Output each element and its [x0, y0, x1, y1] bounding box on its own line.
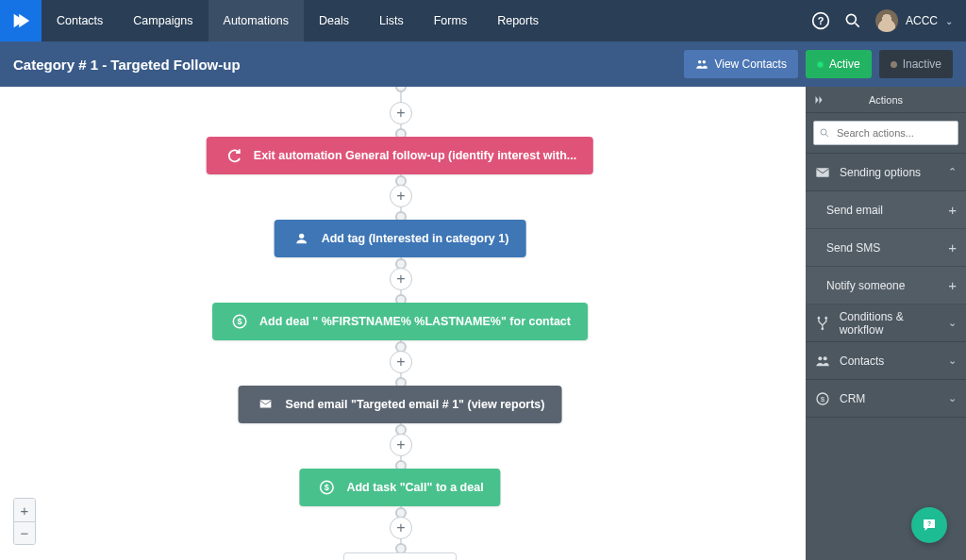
add-step-button[interactable]: + [390, 351, 412, 373]
svg-text:$: $ [325, 483, 329, 492]
status-dot-active [817, 61, 824, 68]
svg-text:$: $ [238, 317, 242, 326]
person-icon [291, 228, 312, 249]
flow-node-label: Add task "Call" to a deal [346, 481, 483, 494]
svg-text:?: ? [927, 520, 931, 527]
chevron-down-icon: ⌄ [948, 392, 957, 404]
user-label: ACCC [906, 14, 938, 27]
svg-text:?: ? [818, 15, 824, 26]
status-inactive-label: Inactive [903, 58, 941, 71]
nav-forms[interactable]: Forms [419, 0, 482, 41]
sidebar-header: Actions [806, 87, 966, 113]
flow-node-exit-automation[interactable]: Exit automation General follow-up (ident… [207, 137, 593, 174]
envelope-icon [256, 394, 276, 415]
chat-help-icon: ? [921, 517, 938, 534]
search-actions-input[interactable] [813, 121, 958, 145]
svg-point-15 [818, 316, 821, 319]
nav-right: ? ACCC ⌄ [811, 9, 966, 32]
chevron-down-icon: ⌄ [948, 354, 957, 367]
dollar-icon: $ [316, 477, 337, 498]
sidebar-section-contacts[interactable]: Contacts ⌄ [806, 342, 966, 380]
svg-point-19 [824, 356, 827, 360]
sidebar-section-crm[interactable]: $ CRM ⌄ [806, 380, 966, 418]
flow-node-label: Exit automation General follow-up (ident… [254, 149, 576, 162]
automation-canvas[interactable]: + Exit automation General follow-up (ide… [0, 87, 806, 560]
nav-contacts[interactable]: Contacts [42, 0, 118, 41]
sidebar-item-notify-someone[interactable]: Notify someone + [806, 267, 966, 305]
nav-reports[interactable]: Reports [482, 0, 554, 41]
add-step-button[interactable]: + [390, 185, 412, 207]
add-step-button[interactable]: + [390, 517, 412, 539]
flow-node-add-tag[interactable]: Add tag (Interested in category 1) [275, 220, 526, 257]
flow-node-label: Send email "Targeted email # 1" (view re… [286, 398, 545, 411]
svg-line-13 [826, 135, 829, 138]
user-menu[interactable]: ACCC ⌄ [875, 9, 953, 32]
flow-node-send-email[interactable]: Send email "Targeted email # 1" (view re… [239, 386, 562, 423]
plus-icon: + [948, 277, 957, 293]
flow-node-label: Add deal " %FIRSTNAME% %LASTNAME%" for c… [259, 315, 571, 328]
help-icon[interactable]: ? [811, 11, 830, 30]
sidebar-item-label: Notify someone [826, 279, 905, 292]
branch-icon [815, 316, 830, 331]
add-step-button[interactable]: + [390, 268, 412, 290]
svg-point-18 [818, 356, 822, 360]
app-logo[interactable] [0, 0, 42, 41]
envelope-icon [815, 165, 830, 180]
status-inactive-button[interactable]: Inactive [879, 50, 953, 78]
flow-node-add-deal[interactable]: $ Add deal " %FIRSTNAME% %LASTNAME%" for… [212, 303, 588, 340]
plus-icon: + [948, 202, 957, 218]
svg-point-6 [299, 234, 304, 239]
flow-connector [395, 87, 407, 92]
sidebar-item-send-email[interactable]: Send email + [806, 191, 966, 229]
zoom-in-button[interactable]: + [14, 499, 35, 521]
status-dot-inactive [891, 61, 897, 68]
svg-point-5 [703, 60, 707, 63]
add-step-button[interactable]: + [390, 102, 412, 124]
svg-point-2 [846, 14, 856, 24]
status-active-label: Active [829, 58, 860, 71]
top-nav: Contacts Campaigns Automations Deals Lis… [0, 0, 966, 41]
dollar-icon: $ [815, 391, 830, 406]
people-icon [695, 58, 708, 71]
flow-node-add-task[interactable]: $ Add task "Call" to a deal [299, 469, 500, 506]
svg-rect-14 [816, 168, 828, 176]
sub-header: Category # 1 - Targeted Follow-up View C… [0, 41, 966, 87]
view-contacts-label: View Contacts [714, 58, 786, 71]
sidebar-section-label: CRM [840, 392, 865, 405]
sidebar-collapse-button[interactable] [806, 94, 832, 106]
nav-lists[interactable]: Lists [364, 0, 419, 41]
nav-automations[interactable]: Automations [208, 0, 304, 41]
svg-line-3 [855, 24, 858, 27]
nav-items: Contacts Campaigns Automations Deals Lis… [42, 0, 554, 41]
zoom-controls: + − [13, 498, 36, 545]
add-step-button[interactable]: + [390, 434, 412, 456]
actions-sidebar: Actions Sending options ⌃ Send email + S… [806, 87, 966, 560]
zoom-out-button[interactable]: − [14, 521, 35, 544]
search-icon [819, 127, 830, 139]
nav-deals[interactable]: Deals [304, 0, 364, 41]
flow-node-partial[interactable] [343, 552, 457, 560]
logo-icon [10, 10, 31, 31]
svg-point-12 [821, 129, 826, 135]
chevron-right-double-icon [813, 94, 824, 106]
search-icon[interactable] [843, 11, 862, 30]
sidebar-title: Actions [832, 94, 966, 106]
chevron-up-icon: ⌃ [948, 166, 957, 178]
dollar-icon: $ [229, 311, 250, 332]
flow-node-label: Add tag (Interested in category 1) [322, 232, 509, 245]
sidebar-item-send-sms[interactable]: Send SMS + [806, 229, 966, 267]
sync-icon [224, 145, 244, 166]
help-fab-button[interactable]: ? [911, 507, 947, 543]
sidebar-section-label: Sending options [840, 166, 921, 179]
sidebar-section-label: Conditions & workflow [840, 310, 948, 337]
view-contacts-button[interactable]: View Contacts [684, 50, 797, 78]
sidebar-section-sending-options[interactable]: Sending options ⌃ [806, 154, 966, 191]
sidebar-section-conditions-workflow[interactable]: Conditions & workflow ⌄ [806, 305, 966, 342]
chevron-down-icon: ⌄ [945, 16, 953, 26]
sidebar-section-label: Contacts [840, 354, 884, 368]
nav-campaigns[interactable]: Campaigns [118, 0, 208, 41]
chevron-down-icon: ⌄ [948, 317, 957, 329]
plus-icon: + [948, 239, 957, 255]
avatar [875, 9, 898, 32]
status-active-button[interactable]: Active [806, 50, 872, 78]
